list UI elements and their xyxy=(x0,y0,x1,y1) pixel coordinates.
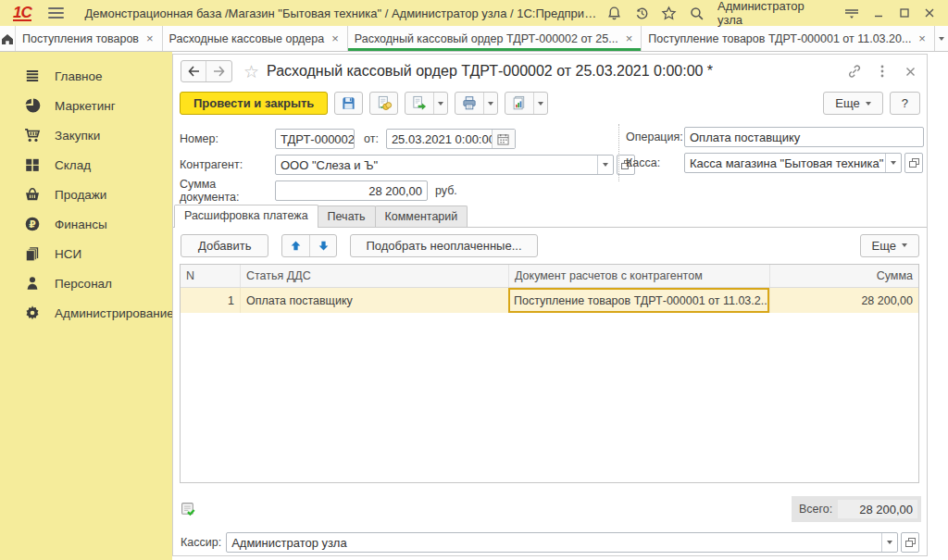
sidebar-item-marketing[interactable]: Маркетинг xyxy=(0,91,172,120)
close-tab-icon[interactable]: × xyxy=(144,31,156,45)
books-icon xyxy=(24,245,41,262)
add-row-button[interactable]: Добавить xyxy=(181,234,268,257)
svg-text:₽: ₽ xyxy=(29,218,35,230)
tab-comment[interactable]: Комментарий xyxy=(375,205,468,227)
form-page-tabs: Расшифровка платежа Печать Комментарий xyxy=(173,204,927,228)
create-based-on-dropdown[interactable] xyxy=(433,93,447,114)
service-menu-icon[interactable] xyxy=(841,3,865,23)
tab-rashodny-kassovy-order-active[interactable]: Расходный кассовый ордер ТДРТ-000002 от … xyxy=(348,26,642,51)
column-header-article[interactable]: Статья ДДС xyxy=(240,265,508,287)
print-dropdown[interactable] xyxy=(483,93,497,114)
help-button[interactable]: ? xyxy=(890,92,920,115)
notifications-bell-icon[interactable] xyxy=(603,3,627,23)
pie-chart-icon xyxy=(24,97,41,114)
arrow-up-icon xyxy=(290,240,302,252)
cell-cashflow-article[interactable]: Оплата поставщику xyxy=(240,288,508,313)
sidebar-item-nsi[interactable]: НСИ xyxy=(0,239,172,268)
reports-dropdown[interactable] xyxy=(533,93,547,114)
minimize-button[interactable] xyxy=(867,3,890,23)
cashdesk-dropdown-icon[interactable] xyxy=(885,154,901,172)
close-tab-icon[interactable]: × xyxy=(330,31,341,45)
cashier-dropdown-icon[interactable] xyxy=(881,533,897,552)
sidebar-item-label: Склад xyxy=(55,158,91,172)
cashdesk-input[interactable]: Касса магазина "Бытовая техника" xyxy=(684,153,902,173)
search-icon[interactable] xyxy=(684,3,708,23)
operation-input[interactable]: Оплата поставщику xyxy=(684,127,924,147)
amount-input[interactable]: 28 200,00 xyxy=(275,180,428,201)
attached-files-icon[interactable] xyxy=(181,502,196,517)
cell-sum[interactable]: 28 200,00 xyxy=(769,288,918,313)
sidebar-item-zakupki[interactable]: Закупки xyxy=(0,120,172,150)
cashier-open-icon[interactable] xyxy=(901,532,919,553)
tab-payment-details[interactable]: Расшифровка платежа xyxy=(174,205,318,228)
nav-back-button[interactable] xyxy=(181,61,206,81)
sidebar-item-personal[interactable]: Персонал xyxy=(0,268,172,298)
maximize-button[interactable] xyxy=(893,3,916,23)
home-icon[interactable] xyxy=(0,26,16,51)
table-header-row: N Статья ДДС Документ расчетов с контраг… xyxy=(181,265,918,288)
sidebar-item-label: Администрирование xyxy=(55,306,174,320)
main-menu-icon[interactable] xyxy=(48,7,65,19)
calendar-icon[interactable] xyxy=(492,130,515,148)
amount-label: Сумма документа: xyxy=(180,178,275,204)
cashier-input[interactable]: Администратор узла xyxy=(226,532,898,553)
form-footer: Всего: 28 200,00 xyxy=(173,496,927,522)
cashdesk-label: Касса: xyxy=(626,156,684,169)
reports-button[interactable] xyxy=(505,92,548,115)
cashier-value: Администратор узла xyxy=(227,536,881,550)
current-user[interactable]: Администратор узла xyxy=(717,0,831,27)
window-titlebar: 1С Демонстрационная база /Магазин "Бытов… xyxy=(0,0,948,26)
sidebar-item-prodazhi[interactable]: Продажи xyxy=(0,180,172,209)
save-button[interactable] xyxy=(334,92,363,115)
close-tab-icon[interactable]: × xyxy=(624,31,635,45)
close-window-button[interactable] xyxy=(918,3,941,23)
form-fields-area: Номер: ТДРТ-000002 от: 25.03.2021 0:00:0… xyxy=(173,118,927,204)
pick-unpaid-button[interactable]: Подобрать неоплаченные... xyxy=(350,234,537,257)
tab-label: Расходный кассовый ордер ТДРТ-000002 от … xyxy=(355,32,618,45)
form-more-button[interactable]: Еще xyxy=(823,92,882,115)
chevron-down-icon xyxy=(902,243,907,247)
column-header-sum[interactable]: Сумма xyxy=(769,265,918,287)
number-input[interactable]: ТДРТ-000002 xyxy=(275,129,355,149)
tab-label: Поступление товаров ТДРТ-000001 от 11.03… xyxy=(648,32,911,45)
close-tab-icon[interactable]: × xyxy=(917,31,928,45)
cell-settlement-document-focused[interactable]: Поступление товаров ТДРТ-000001 от 11.03… xyxy=(508,288,769,313)
history-icon[interactable] xyxy=(630,3,654,23)
sidebar-item-finansy[interactable]: ₽ Финансы xyxy=(0,209,172,239)
payment-details-table[interactable]: N Статья ДДС Документ расчетов с контраг… xyxy=(180,264,919,483)
create-based-on-button[interactable] xyxy=(405,92,448,115)
sidebar-item-sklad[interactable]: Склад xyxy=(0,150,172,180)
column-header-n[interactable]: N xyxy=(181,265,240,287)
post-and-close-button[interactable]: Провести и закрыть xyxy=(180,92,328,115)
add-to-favorites-star-icon[interactable]: ☆ xyxy=(243,61,259,82)
tab-print[interactable]: Печать xyxy=(318,205,376,227)
date-input[interactable]: 25.03.2021 0:00:00 xyxy=(386,129,516,149)
print-button[interactable] xyxy=(455,92,498,115)
table-row[interactable]: 1 Оплата поставщику Поступление товаров … xyxy=(181,288,918,313)
tab-rashodnye-kassovye-ordera[interactable]: Расходные кассовые ордера × xyxy=(163,26,348,51)
more-kebab-icon[interactable] xyxy=(873,62,892,81)
sidebar-item-administrirovanie[interactable]: Администрирование xyxy=(0,298,172,328)
cart-icon xyxy=(24,127,41,143)
move-row-up-button[interactable] xyxy=(282,235,309,256)
favorites-star-icon[interactable] xyxy=(657,3,681,23)
total-label: Всего: xyxy=(799,503,832,516)
tab-postuplenie-tovarov-doc[interactable]: Поступление товаров ТДРТ-000001 от 11.03… xyxy=(642,26,935,51)
post-document-button[interactable] xyxy=(369,92,398,115)
cell-row-number[interactable]: 1 xyxy=(181,288,240,313)
cashdesk-open-icon[interactable] xyxy=(904,153,923,173)
grid-toolbar: Добавить Подобрать неоплаченные... Еще xyxy=(173,228,927,263)
close-form-icon[interactable] xyxy=(901,62,919,81)
tab-postupleniya-tovarov[interactable]: Поступления товаров × xyxy=(16,26,163,51)
tabs-overflow-chevron-icon[interactable] xyxy=(935,26,948,51)
counterparty-dropdown-icon[interactable] xyxy=(597,156,613,174)
column-header-settlement-doc[interactable]: Документ расчетов с контрагентом xyxy=(508,265,769,287)
counterparty-input[interactable]: ООО "Слеза и Ъ" xyxy=(275,155,614,175)
grid-more-button[interactable]: Еще xyxy=(860,234,919,257)
nav-forward-button[interactable] xyxy=(206,61,231,81)
move-row-down-button[interactable] xyxy=(309,235,336,256)
tab-label: Поступления товаров xyxy=(22,32,139,45)
sidebar-item-glavnoe[interactable]: Главное xyxy=(0,61,172,91)
sections-sidebar: Главное Маркетинг Закупки Склад Продажи … xyxy=(0,52,172,560)
get-link-icon[interactable] xyxy=(845,62,864,81)
